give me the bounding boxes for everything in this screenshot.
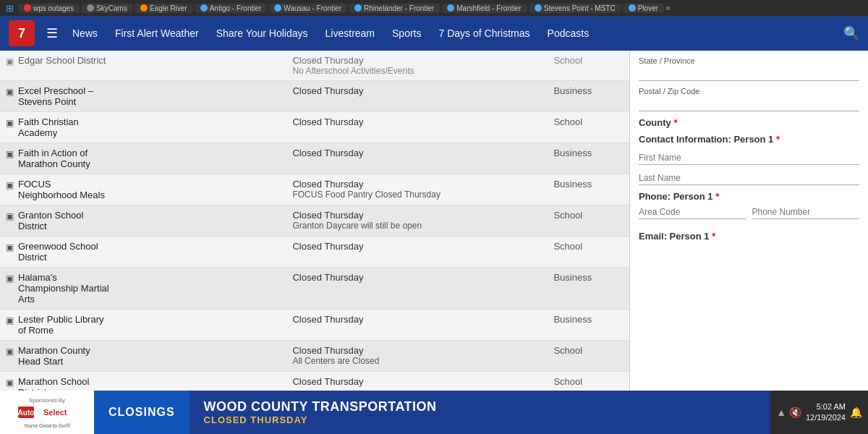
nav-7days[interactable]: 7 Days of Christmas (430, 16, 539, 51)
org-icon: ▣ (6, 211, 14, 221)
type-cell: Business (548, 81, 629, 112)
phone-number-input[interactable] (752, 205, 860, 219)
org-icon: ▣ (6, 149, 14, 159)
taskbar-tabs: wps outages SkyCams Eagle River Antigo -… (18, 3, 862, 13)
email-section: Email: Person 1 * (639, 231, 859, 242)
type-cell: School (548, 237, 629, 268)
org-name-cell: ▣ FOCUS Neighborhood Meals (0, 174, 286, 205)
ticker-sponsor: Sponsored By Auto Select You're Good to … (0, 391, 94, 434)
sponsor-tagline: You're Good to Go!® (24, 423, 71, 428)
taskbar-tab-antigo[interactable]: Antigo - Frontier (195, 4, 268, 13)
taskbar-tab-marshfield[interactable]: Marshfield - Frontier (441, 4, 527, 13)
tab-label: Marshfield - Frontier (456, 4, 521, 12)
table-row: ▣ Faith Christian Academy Closed Thursda… (0, 112, 629, 143)
taskbar-tab-plover[interactable]: Plover (623, 4, 664, 13)
taskbar-tab-stevenspoint[interactable]: Stevens Point - MSTC (529, 4, 621, 13)
type-cell: Business (548, 174, 629, 205)
type-cell: School (548, 112, 629, 143)
tab-favicon (274, 4, 281, 12)
type-cell: Business (548, 268, 629, 310)
org-name-cell: ▣ Halama's Championship Martial Arts (0, 268, 286, 310)
search-button[interactable]: 🔍 (843, 25, 859, 41)
tab-label: Rhinelander - Frontier (364, 4, 434, 12)
tab-favicon (87, 4, 94, 12)
org-icon: ▣ (6, 87, 14, 97)
area-code-input[interactable] (639, 205, 746, 219)
phone-label: Phone: Person 1 * (639, 191, 859, 202)
type-cell: School (548, 372, 629, 391)
tab-label: Plover (638, 4, 658, 12)
ticker-closings-label: CLOSINGS (94, 391, 190, 434)
taskbar-tab-wausau[interactable]: Wausau - Frontier (268, 4, 347, 13)
status-cell: Closed Thursday (286, 372, 548, 391)
table-row: ▣ Greenwood School District Closed Thurs… (0, 237, 629, 268)
nav-sports[interactable]: Sports (383, 16, 430, 51)
org-name-cell: ▣ Granton School District (0, 205, 286, 237)
status-cell: Closed Thursday No Afterschool Activitie… (286, 51, 548, 81)
svg-text:Select: Select (43, 408, 67, 417)
closings-panel: ▣ Edgar School District Closed Thursday … (0, 51, 629, 391)
taskbar-more[interactable]: » (665, 3, 671, 13)
org-icon: ▣ (6, 118, 14, 128)
org-icon: ▣ (6, 180, 14, 190)
org-name-cell: ▣ Marathon School District (0, 372, 286, 391)
status-cell: Closed Thursday (286, 237, 548, 268)
ticker-content: WOOD COUNTY TRANSPORTATION CLOSED THURSD… (190, 399, 451, 425)
org-name-cell: ▣ Greenwood School District (0, 237, 286, 268)
nav-weather[interactable]: First Alert Weather (106, 16, 208, 51)
navbar-logo: 7 (9, 20, 35, 46)
postal-label: Postal / Zip Code (639, 87, 859, 95)
org-name-cell: ▣ Edgar School District (0, 51, 286, 81)
phone-section: Phone: Person 1 * (639, 191, 859, 225)
nav-podcasts[interactable]: Podcasts (539, 16, 598, 51)
state-province-input[interactable] (639, 67, 859, 81)
table-row: ▣ Halama's Championship Martial Arts Clo… (0, 268, 629, 310)
first-name-input[interactable] (639, 151, 859, 165)
tab-label: SkyCams (96, 4, 127, 12)
org-icon: ▣ (6, 315, 14, 326)
taskbar-tab-rhinelander[interactable]: Rhinelander - Frontier (349, 4, 440, 13)
type-cell: Business (548, 310, 629, 341)
ticker-bar: Sponsored By Auto Select You're Good to … (0, 391, 868, 434)
hamburger-button[interactable]: ☰ (46, 25, 58, 41)
tray-time: 5:02 AM 12/19/2024 (806, 401, 846, 424)
tab-favicon (447, 4, 454, 12)
county-field: County * (639, 117, 859, 128)
tab-favicon (140, 4, 148, 12)
org-name-cell: ▣ Lester Public Library of Rome (0, 310, 286, 341)
nav-news[interactable]: News (64, 16, 106, 51)
table-row: ▣ Marathon County Head Start Closed Thur… (0, 341, 629, 372)
area-code-field (639, 205, 746, 219)
org-icon: ▣ (6, 56, 14, 67)
nav-share-holidays[interactable]: Share Your Holidays (208, 16, 317, 51)
status-cell: Closed Thursday (286, 112, 548, 143)
navbar: 7 ☰ News First Alert Weather Share Your … (0, 16, 868, 51)
email-label: Email: Person 1 * (639, 231, 859, 242)
right-sidebar-form: State / Province Postal / Zip Code Count… (629, 51, 868, 391)
windows-icon[interactable]: ⊞ (6, 3, 14, 14)
taskbar-tab-eagleriver[interactable]: Eagle River (135, 4, 193, 13)
state-province-label: State / Province (639, 56, 859, 65)
status-cell: Closed Thursday All Centers are Closed (286, 341, 548, 372)
tab-label: Antigo - Frontier (210, 4, 262, 12)
tab-favicon (354, 4, 362, 12)
nav-livestream[interactable]: Livestream (317, 16, 383, 51)
state-province-field: State / Province (639, 56, 859, 81)
table-row: ▣ Marathon School District Closed Thursd… (0, 372, 629, 391)
svg-text:Auto: Auto (18, 409, 34, 417)
channel-logo: 7 (9, 20, 35, 46)
tab-favicon (24, 4, 31, 12)
notification-icon: 🔔 (850, 407, 862, 418)
last-name-input[interactable] (639, 171, 859, 185)
status-cell: Closed Thursday (286, 143, 548, 174)
taskbar-tab-skycams[interactable]: SkyCams (81, 4, 133, 13)
type-cell: Business (548, 143, 629, 174)
tab-label: Stevens Point - MSTC (544, 4, 616, 12)
taskbar-tab-wps[interactable]: wps outages (18, 4, 80, 13)
type-cell: School (548, 51, 629, 81)
system-tray: ▲ 🔇 5:02 AM 12/19/2024 🔔 (770, 391, 868, 434)
org-icon: ▣ (6, 346, 14, 357)
postal-input[interactable] (639, 98, 859, 111)
tab-label: Wausau - Frontier (284, 4, 341, 12)
table-row: ▣ Lester Public Library of Rome Closed T… (0, 310, 629, 341)
